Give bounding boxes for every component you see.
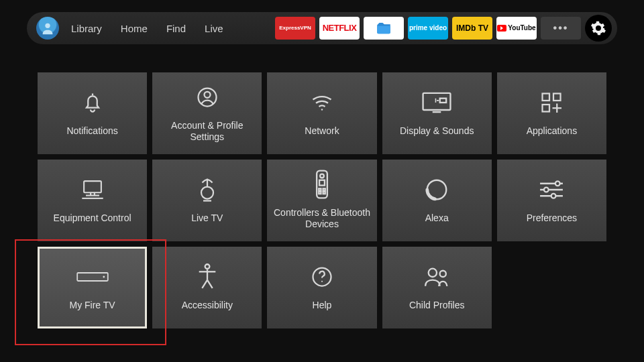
tile-label: Help xyxy=(307,300,337,312)
svg-rect-10 xyxy=(543,105,550,112)
svg-point-0 xyxy=(45,23,50,28)
tile-alexa[interactable]: Alexa xyxy=(382,160,492,241)
tile-livetv[interactable]: Live TV xyxy=(152,160,262,241)
svg-point-22 xyxy=(320,174,324,178)
childprofiles-icon xyxy=(423,263,450,290)
preferences-icon xyxy=(538,176,565,203)
tile-accessibility[interactable]: Accessibility xyxy=(152,247,262,328)
notifications-icon xyxy=(80,89,105,116)
youtube-play-icon xyxy=(497,25,506,32)
tile-label: Display & Sounds xyxy=(394,125,480,137)
svg-rect-27 xyxy=(323,192,325,194)
tile-preferences[interactable]: Preferences xyxy=(497,160,606,241)
applications-icon xyxy=(539,89,564,116)
settings-button[interactable] xyxy=(585,15,612,42)
svg-point-30 xyxy=(555,182,560,186)
network-icon xyxy=(309,89,335,116)
svg-point-45 xyxy=(440,271,446,277)
tile-label: Live TV xyxy=(186,213,228,225)
tile-controllers[interactable]: Controllers & Bluetooth Devices xyxy=(267,160,376,241)
svg-rect-23 xyxy=(319,180,325,185)
settings-grid: NotificationsAccount & Profile SettingsN… xyxy=(38,72,606,328)
profile-avatar[interactable] xyxy=(36,17,59,40)
tile-label: Network xyxy=(299,125,344,137)
svg-rect-25 xyxy=(323,188,325,190)
nav-live[interactable]: Live xyxy=(205,23,223,34)
tile-help[interactable]: Help xyxy=(267,247,376,328)
top-navigation-bar: Library Home Find Live ExpressVPN NETFLI… xyxy=(27,12,617,44)
svg-point-34 xyxy=(551,194,556,198)
nav-find[interactable]: Find xyxy=(166,23,186,34)
svg-rect-24 xyxy=(319,188,321,190)
tile-label: Accessibility xyxy=(176,300,238,312)
svg-point-37 xyxy=(205,264,209,269)
svg-rect-7 xyxy=(440,99,446,103)
tile-label: Controllers & Bluetooth Devices xyxy=(267,207,376,231)
gear-icon xyxy=(590,20,606,36)
tile-applications[interactable]: Applications xyxy=(497,72,606,154)
tile-equipment[interactable]: Equipment Control xyxy=(38,160,147,241)
tile-label: Notifications xyxy=(61,125,123,137)
svg-point-36 xyxy=(103,276,105,278)
nav-home[interactable]: Home xyxy=(121,23,148,34)
folder-icon xyxy=(375,19,392,37)
account-icon xyxy=(195,84,219,111)
svg-line-40 xyxy=(202,280,207,288)
equipment-icon xyxy=(79,176,106,203)
tile-childprofiles[interactable]: Child Profiles xyxy=(382,247,492,328)
tile-notifications[interactable]: Notifications xyxy=(38,72,147,154)
myfiretv-icon xyxy=(76,263,109,290)
tile-label: My Fire TV xyxy=(64,300,120,312)
nav-links: Library Home Find Live xyxy=(71,23,223,34)
app-shortcuts: ExpressVPN NETFLIX prime video IMDb TV Y… xyxy=(275,17,581,40)
svg-rect-26 xyxy=(319,192,321,194)
app-es-file-explorer[interactable] xyxy=(364,17,404,40)
livetv-icon xyxy=(195,176,219,203)
tile-myfiretv[interactable]: My Fire TV xyxy=(38,247,147,328)
display-icon xyxy=(422,89,451,116)
tile-label: Account & Profile Settings xyxy=(152,120,262,143)
tile-network[interactable]: Network xyxy=(267,72,376,154)
alexa-icon xyxy=(424,176,449,203)
app-youtube-label: YouTube xyxy=(508,25,535,32)
tile-label: Equipment Control xyxy=(48,213,137,225)
controllers-icon xyxy=(314,171,330,198)
tile-display[interactable]: Display & Sounds xyxy=(382,72,492,154)
svg-point-18 xyxy=(201,187,213,199)
app-more[interactable]: ••• xyxy=(541,17,581,40)
svg-point-3 xyxy=(204,91,210,97)
svg-rect-8 xyxy=(543,94,550,101)
person-icon xyxy=(40,21,55,36)
accessibility-icon xyxy=(196,263,219,290)
svg-point-4 xyxy=(321,109,323,111)
svg-rect-9 xyxy=(553,94,561,101)
svg-point-43 xyxy=(321,281,323,282)
app-imdb-tv[interactable]: IMDb TV xyxy=(452,17,492,40)
tile-label: Alexa xyxy=(420,213,454,225)
svg-rect-13 xyxy=(84,181,101,192)
svg-point-32 xyxy=(544,188,549,192)
tile-account[interactable]: Account & Profile Settings xyxy=(152,72,262,154)
svg-line-41 xyxy=(207,280,213,288)
app-netflix[interactable]: NETFLIX xyxy=(319,17,360,40)
tile-label: Applications xyxy=(521,125,583,137)
help-icon xyxy=(310,263,334,290)
tile-label: Preferences xyxy=(521,213,582,225)
app-youtube[interactable]: YouTube xyxy=(496,17,537,40)
nav-library[interactable]: Library xyxy=(71,23,102,34)
app-prime-video[interactable]: prime video xyxy=(408,17,448,40)
app-expressvpn[interactable]: ExpressVPN xyxy=(275,17,315,40)
svg-point-44 xyxy=(429,269,437,277)
app-expressvpn-label: ExpressVPN xyxy=(279,25,311,31)
tile-label: Child Profiles xyxy=(404,300,470,312)
